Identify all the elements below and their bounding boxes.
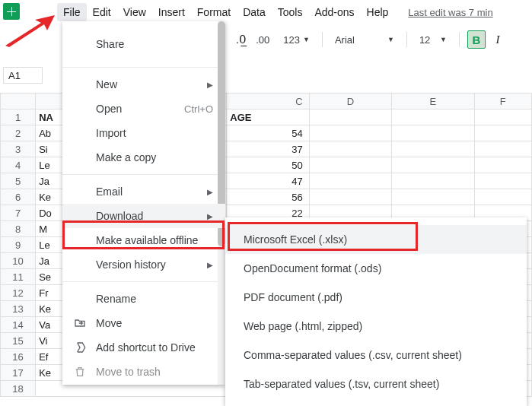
- menu-item-import[interactable]: Import: [62, 121, 225, 145]
- menu-item-trash[interactable]: Move to trash: [62, 360, 225, 384]
- cell[interactable]: [474, 189, 531, 205]
- menu-tools[interactable]: Tools: [272, 3, 309, 21]
- row-header[interactable]: 10: [1, 253, 36, 269]
- menu-item-open[interactable]: OpenCtrl+O: [62, 97, 225, 121]
- download-csv[interactable]: Comma-separated values (.csv, current sh…: [225, 341, 527, 370]
- submenu-arrow-icon: ▶: [207, 212, 213, 220]
- cell[interactable]: AGE: [227, 109, 309, 125]
- row-header[interactable]: 15: [1, 333, 36, 349]
- toolbar-divider: [322, 32, 323, 47]
- menu-view[interactable]: View: [117, 3, 152, 21]
- toolbar: .0̲ .00 123▼ Arial▼ 12▼ B I: [236, 29, 505, 50]
- cell[interactable]: [474, 173, 531, 189]
- font-select[interactable]: Arial▼: [330, 32, 399, 48]
- submenu-arrow-icon: ▶: [207, 261, 213, 269]
- row-header[interactable]: 2: [1, 125, 36, 141]
- download-pdf[interactable]: PDF document (.pdf): [225, 283, 527, 312]
- submenu-arrow-icon: ▶: [207, 188, 213, 196]
- column-header[interactable]: F: [474, 94, 531, 109]
- last-edit-link[interactable]: Last edit was 7 min: [408, 7, 492, 18]
- cell[interactable]: [392, 109, 474, 125]
- cell[interactable]: [392, 141, 474, 157]
- cell[interactable]: [474, 157, 531, 173]
- cell[interactable]: [309, 141, 391, 157]
- row-header[interactable]: 6: [1, 189, 36, 205]
- tutorial-arrow-icon: [2, 15, 55, 49]
- column-header[interactable]: E: [392, 94, 474, 109]
- submenu-arrow-icon: ▶: [207, 81, 213, 89]
- cell[interactable]: 37: [227, 141, 309, 157]
- cell[interactable]: [474, 141, 531, 157]
- cell[interactable]: [309, 189, 391, 205]
- cell[interactable]: [392, 125, 474, 141]
- cell-reference-input[interactable]: A1: [3, 67, 43, 84]
- drive-shortcut-icon: [73, 341, 87, 354]
- menu-item-offline[interactable]: Make available offline: [62, 228, 225, 252]
- row-header[interactable]: 12: [1, 285, 36, 301]
- increase-decimal-button[interactable]: .00: [251, 32, 274, 48]
- menu-item-make-copy[interactable]: Make a copy: [62, 145, 225, 170]
- row-header[interactable]: 14: [1, 317, 36, 333]
- cell[interactable]: [309, 157, 391, 173]
- bold-button[interactable]: B: [467, 30, 486, 49]
- cell[interactable]: [309, 125, 391, 141]
- download-ods[interactable]: OpenDocument format (.ods): [225, 254, 527, 283]
- menu-item-download[interactable]: Download▶: [62, 204, 225, 228]
- row-header[interactable]: 5: [1, 173, 36, 189]
- row-header[interactable]: 3: [1, 141, 36, 157]
- menu-item-move[interactable]: Move: [62, 311, 225, 335]
- download-tsv[interactable]: Tab-separated values (.tsv, current shee…: [225, 370, 527, 398]
- column-header[interactable]: D: [309, 94, 391, 109]
- menu-item-new[interactable]: New▶: [62, 72, 225, 97]
- menu-insert[interactable]: Insert: [152, 3, 191, 21]
- row-header[interactable]: 18: [1, 381, 36, 397]
- cell[interactable]: [392, 173, 474, 189]
- keyboard-hint: Ctrl+O: [184, 103, 213, 115]
- file-menu-dropdown: Share New▶ OpenCtrl+O Import Make a copy…: [62, 21, 225, 385]
- row-header[interactable]: 8: [1, 221, 36, 237]
- row-header[interactable]: 17: [1, 365, 36, 381]
- menu-file[interactable]: File: [57, 3, 87, 21]
- menu-addons[interactable]: Add-ons: [308, 3, 360, 21]
- cell[interactable]: [392, 157, 474, 173]
- download-xlsx[interactable]: Microsoft Excel (.xlsx): [225, 225, 527, 254]
- download-submenu: Microsoft Excel (.xlsx) OpenDocument for…: [225, 217, 527, 406]
- cell[interactable]: [392, 189, 474, 205]
- toolbar-divider: [459, 32, 460, 47]
- row-header[interactable]: 1: [1, 109, 36, 125]
- trash-icon: [73, 365, 87, 379]
- menu-item-rename[interactable]: Rename: [62, 287, 225, 311]
- cell[interactable]: 54: [227, 125, 309, 141]
- cell[interactable]: [474, 125, 531, 141]
- menu-item-add-shortcut[interactable]: Add shortcut to Drive: [62, 335, 225, 360]
- row-header[interactable]: 16: [1, 349, 36, 365]
- cell[interactable]: 50: [227, 157, 309, 173]
- select-all-corner[interactable]: [1, 94, 36, 109]
- row-header[interactable]: 9: [1, 237, 36, 253]
- row-header[interactable]: 7: [1, 205, 36, 221]
- column-header[interactable]: C: [227, 94, 309, 109]
- row-header[interactable]: 13: [1, 301, 36, 317]
- menu-format[interactable]: Format: [191, 3, 237, 21]
- menubar: File Edit View Insert Format Data Tools …: [57, 3, 493, 21]
- cell[interactable]: [474, 109, 531, 125]
- menu-edit[interactable]: Edit: [87, 3, 117, 21]
- menu-separator: [62, 67, 225, 68]
- decrease-decimal-icon[interactable]: .0̲: [236, 33, 247, 46]
- number-format-button[interactable]: 123▼: [279, 32, 314, 48]
- row-header[interactable]: 11: [1, 269, 36, 285]
- cell[interactable]: [309, 173, 391, 189]
- menu-item-version-history[interactable]: Version history▶: [62, 252, 225, 277]
- toolbar-divider: [406, 32, 407, 47]
- menu-item-share[interactable]: Share: [62, 26, 225, 62]
- font-size-select[interactable]: 12▼: [415, 32, 451, 48]
- menu-help[interactable]: Help: [361, 3, 395, 21]
- menu-item-email[interactable]: Email▶: [62, 179, 225, 204]
- row-header[interactable]: 4: [1, 157, 36, 173]
- cell[interactable]: 56: [227, 189, 309, 205]
- cell[interactable]: [309, 109, 391, 125]
- cell[interactable]: 47: [227, 173, 309, 189]
- menu-data[interactable]: Data: [237, 3, 272, 21]
- download-html[interactable]: Web page (.html, zipped): [225, 312, 527, 341]
- italic-button[interactable]: I: [490, 30, 505, 49]
